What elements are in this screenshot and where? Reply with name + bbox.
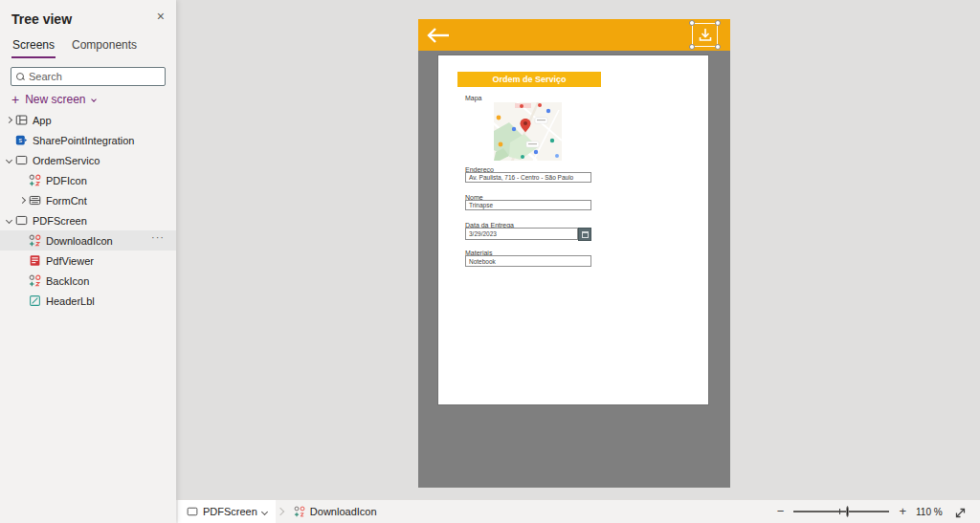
tree-item-pdficon[interactable]: PDFIcon — [0, 170, 176, 190]
chevron-down-icon — [91, 97, 97, 102]
zoom-controls: − + 110 % — [777, 506, 980, 518]
tree-item-headerlbl[interactable]: HeaderLbl — [0, 291, 176, 311]
chevron-down-icon[interactable] — [5, 157, 11, 163]
tree-view-panel: Tree view × Screens Components + New scr… — [0, 0, 176, 523]
field-input-nome[interactable]: Trinapse — [465, 200, 591, 210]
label-icon — [28, 294, 41, 308]
tab-components[interactable]: Components — [71, 36, 138, 58]
selection-handle[interactable] — [715, 20, 721, 26]
zoom-slider-handle[interactable] — [846, 506, 849, 517]
zoom-level: 110 % — [916, 507, 945, 517]
sharepoint-icon: s — [14, 134, 28, 147]
app-header-bar — [418, 19, 730, 51]
zoom-slider-track[interactable] — [793, 511, 889, 512]
tree-item-label: DownloadIcon — [46, 235, 113, 247]
field-input-data-entrega[interactable]: 3/29/2023 — [465, 228, 578, 240]
zoom-out-button[interactable]: − — [777, 506, 785, 517]
tree-item-sharepointintegration[interactable]: s SharePointIntegration — [0, 130, 176, 150]
tree-item-downloadicon[interactable]: DownloadIcon ··· — [0, 230, 176, 251]
tree-item-label: PDFScreen — [33, 215, 87, 227]
calendar-icon — [582, 231, 589, 238]
shapes-icon — [28, 274, 41, 288]
tree-item-backicon[interactable]: BackIcon — [0, 271, 176, 291]
tree-item-label: PdfViewer — [46, 255, 94, 267]
status-bar: PDFScreen DownloadIcon − + 110 % — [176, 499, 980, 523]
shapes-icon — [294, 506, 305, 517]
tab-screens[interactable]: Screens — [11, 36, 56, 58]
screen-icon — [14, 154, 28, 167]
zoom-slider[interactable] — [793, 506, 889, 517]
breadcrumb-separator-icon — [277, 508, 284, 515]
panel-tabs: Screens Components — [0, 36, 176, 59]
tree-item-label: OrdemServico — [33, 155, 100, 166]
search-input[interactable] — [29, 71, 160, 82]
screen-icon — [14, 214, 28, 228]
shapes-icon — [28, 174, 41, 187]
field-label-mapa: Mapa — [465, 95, 482, 101]
app-icon — [14, 114, 28, 127]
field-input-endereco[interactable]: Av. Paulista, 716 - Centro - São Paulo — [465, 172, 591, 183]
phone-screen[interactable]: Ordem de Serviço Mapa — [418, 19, 730, 488]
zoom-in-button[interactable]: + — [899, 506, 906, 517]
zoom-slider-tick — [839, 509, 840, 514]
back-arrow-icon[interactable] — [426, 27, 451, 44]
design-canvas[interactable]: Ordem de Serviço Mapa — [176, 0, 980, 499]
field-input-materiais[interactable]: Notebook — [465, 255, 591, 267]
panel-title: Tree view — [11, 11, 72, 27]
selection-handle[interactable] — [689, 44, 695, 50]
chevron-right-icon[interactable] — [18, 197, 25, 204]
chevron-right-icon[interactable] — [5, 117, 11, 123]
svg-text:s: s — [18, 136, 22, 144]
plus-icon: + — [11, 94, 19, 105]
close-icon[interactable]: × — [157, 9, 165, 24]
pdf-document-page: Ordem de Serviço Mapa — [438, 55, 708, 404]
chevron-down-icon — [261, 508, 268, 514]
tree-item-label: PDFIcon — [46, 175, 87, 186]
screen-icon — [187, 506, 198, 517]
tree-item-label: HeaderLbl — [46, 295, 95, 307]
download-icon[interactable] — [692, 23, 718, 47]
tree-list: App s SharePointIntegration OrdemServico… — [0, 110, 176, 311]
breadcrumb-screen[interactable]: PDFScreen — [178, 500, 276, 523]
tree-item-formcnt[interactable]: FormCnt — [0, 190, 176, 210]
tree-item-label: App — [33, 115, 52, 126]
tree-item-app[interactable]: App — [0, 110, 176, 130]
download-glyph — [698, 27, 713, 47]
document-title-banner: Ordem de Serviço — [457, 72, 601, 87]
pdf-icon — [28, 254, 41, 268]
fullscreen-icon[interactable] — [954, 506, 967, 518]
breadcrumb-control-label: DownloadIcon — [310, 506, 377, 517]
map-image — [494, 102, 562, 161]
selection-handle[interactable] — [715, 44, 721, 50]
search-icon — [16, 73, 24, 80]
panel-header: Tree view × — [0, 0, 176, 28]
chevron-down-icon[interactable] — [5, 217, 11, 224]
tree-item-ordemservico[interactable]: OrdemServico — [0, 150, 176, 170]
tree-item-label: BackIcon — [46, 275, 89, 287]
tree-item-label: FormCnt — [46, 195, 87, 207]
more-options-icon[interactable]: ··· — [151, 231, 165, 243]
form-icon — [28, 194, 41, 207]
search-box[interactable] — [11, 67, 166, 86]
new-screen-label: New screen — [25, 93, 85, 106]
breadcrumb-control[interactable]: DownloadIcon — [285, 500, 386, 523]
shapes-icon — [28, 234, 41, 248]
datepicker-button[interactable] — [578, 228, 591, 241]
tree-item-label: SharePointIntegration — [33, 135, 134, 146]
breadcrumb-screen-label: PDFScreen — [203, 506, 257, 517]
tree-item-pdfviewer[interactable]: PdfViewer — [0, 251, 176, 271]
new-screen-button[interactable]: + New screen — [11, 93, 165, 106]
selection-handle[interactable] — [689, 20, 695, 26]
tree-item-pdfscreen[interactable]: PDFScreen — [0, 210, 176, 230]
